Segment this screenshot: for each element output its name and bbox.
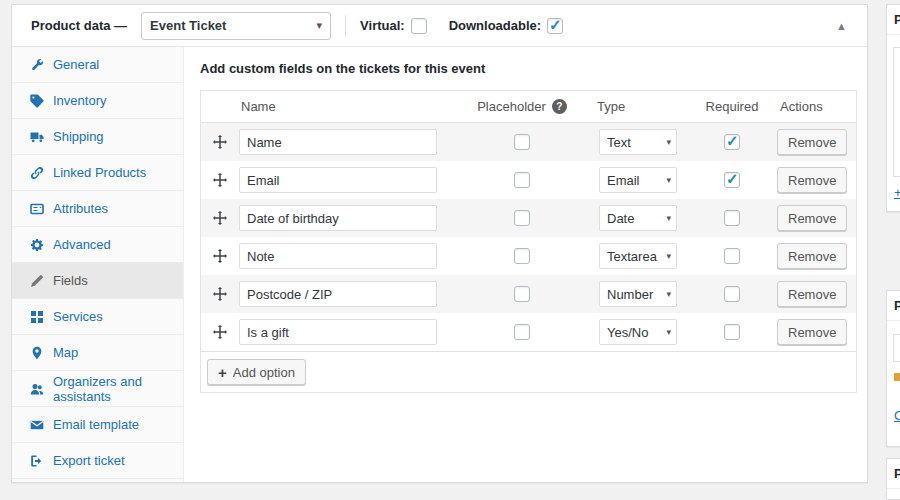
required-checkbox[interactable]	[724, 210, 740, 226]
placeholder-checkbox[interactable]	[514, 248, 530, 264]
table-row: Yes/No▾ Remove	[201, 313, 856, 351]
type-select[interactable]: Date▾	[599, 205, 677, 231]
link-icon	[30, 166, 44, 180]
help-icon[interactable]: ?	[552, 99, 567, 114]
required-checkbox[interactable]	[724, 172, 740, 188]
field-name-input[interactable]	[239, 243, 437, 269]
tab-fields[interactable]: Fields	[12, 263, 183, 299]
column-header-required: Required	[697, 99, 767, 114]
remove-button[interactable]: Remove	[777, 319, 847, 345]
type-select[interactable]: Text▾	[599, 129, 677, 155]
panel-box-fragment	[893, 334, 900, 362]
tab-map[interactable]: Map	[12, 335, 183, 371]
product-data-header: Product data — Event Ticket ▾ Virtual: D…	[12, 5, 867, 47]
field-name-input[interactable]	[239, 281, 437, 307]
drag-handle-icon[interactable]	[201, 249, 239, 263]
divider	[345, 15, 346, 37]
downloadable-label: Downloadable:	[449, 18, 541, 33]
required-checkbox[interactable]	[724, 324, 740, 340]
tab-label: Services	[53, 309, 103, 324]
required-checkbox[interactable]	[724, 248, 740, 264]
drag-handle-icon[interactable]	[201, 325, 239, 339]
wrench-icon	[30, 58, 44, 72]
plus-icon: +	[218, 364, 227, 381]
column-header-actions: Actions	[767, 99, 856, 114]
remove-button[interactable]: Remove	[777, 243, 847, 269]
placeholder-checkbox[interactable]	[514, 134, 530, 150]
type-select[interactable]: Textarea▾	[599, 243, 677, 269]
export-icon	[30, 454, 44, 468]
type-select[interactable]: Number▾	[599, 281, 677, 307]
gear-icon	[30, 238, 44, 252]
panel-link-fragment[interactable]: C	[894, 408, 900, 423]
chevron-down-icon: ▾	[666, 213, 671, 223]
tab-label: Inventory	[53, 93, 106, 108]
field-name-input[interactable]	[239, 205, 437, 231]
map-pin-icon	[30, 346, 44, 360]
type-select[interactable]: Yes/No▾	[599, 319, 677, 345]
drag-handle-icon[interactable]	[201, 211, 239, 225]
product-type-select[interactable]: Event Ticket ▾	[141, 12, 331, 40]
tab-services[interactable]: Services	[12, 299, 183, 335]
chevron-down-icon: ▾	[666, 175, 671, 185]
tab-general[interactable]: General	[12, 47, 183, 83]
tab-attributes[interactable]: Attributes	[12, 191, 183, 227]
product-data-tabs: General Inventory Shipping Linked Produc…	[12, 47, 184, 482]
virtual-checkbox[interactable]	[411, 18, 427, 34]
placeholder-checkbox[interactable]	[514, 172, 530, 188]
tab-label: Shipping	[53, 129, 104, 144]
tag-icon	[30, 94, 44, 108]
tab-label: Fields	[53, 273, 88, 288]
required-checkbox[interactable]	[724, 134, 740, 150]
required-checkbox[interactable]	[724, 286, 740, 302]
field-name-input[interactable]	[239, 319, 437, 345]
fields-panel: Add custom fields on the tickets for thi…	[184, 47, 867, 482]
section-heading: Add custom fields on the tickets for thi…	[200, 61, 857, 76]
chevron-down-icon: ▾	[317, 19, 323, 32]
tab-email-template[interactable]: Email template	[12, 407, 183, 443]
downloadable-checkbox[interactable]	[547, 18, 563, 34]
drag-handle-icon[interactable]	[201, 287, 239, 301]
panel-title: Product data —	[31, 18, 127, 33]
panel-title-fragment: P	[887, 291, 900, 321]
product-type-value: Event Ticket	[150, 18, 316, 33]
add-option-button[interactable]: +Add option	[207, 359, 306, 385]
panel-title-fragment: P	[887, 5, 900, 35]
tab-linked-products[interactable]: Linked Products	[12, 155, 183, 191]
placeholder-checkbox[interactable]	[514, 210, 530, 226]
tab-export-ticket[interactable]: Export ticket	[12, 443, 183, 479]
field-name-input[interactable]	[239, 129, 437, 155]
table-row: Email▾ Remove	[201, 161, 856, 199]
tab-label: Attributes	[53, 201, 108, 216]
field-name-input[interactable]	[239, 167, 437, 193]
remove-button[interactable]: Remove	[777, 281, 847, 307]
card-icon	[30, 202, 44, 216]
people-icon	[30, 382, 44, 396]
placeholder-checkbox[interactable]	[514, 324, 530, 340]
drag-handle-icon[interactable]	[201, 135, 239, 149]
table-row: Number▾ Remove	[201, 275, 856, 313]
tab-shipping[interactable]: Shipping	[12, 119, 183, 155]
remove-button[interactable]: Remove	[777, 129, 847, 155]
table-footer: +Add option	[201, 351, 856, 392]
remove-button[interactable]: Remove	[777, 205, 847, 231]
pencil-icon	[30, 274, 44, 288]
chevron-down-icon: ▾	[666, 137, 671, 147]
tab-label: Map	[53, 345, 78, 360]
tab-label: Export ticket	[53, 453, 125, 468]
type-select[interactable]: Email▾	[599, 167, 677, 193]
table-row: Text▾ Remove	[201, 123, 856, 161]
truck-icon	[30, 130, 44, 144]
collapse-toggle-icon[interactable]: ▲	[828, 16, 855, 36]
tab-organizers[interactable]: Organizers and assistants	[12, 371, 183, 407]
column-header-name: Name	[239, 99, 447, 114]
tab-advanced[interactable]: Advanced	[12, 227, 183, 263]
custom-fields-table: Name Placeholder ? Type Required Actions…	[200, 90, 857, 393]
remove-button[interactable]: Remove	[777, 167, 847, 193]
drag-handle-icon[interactable]	[201, 173, 239, 187]
product-data-panel: Product data — Event Ticket ▾ Virtual: D…	[11, 4, 868, 483]
panel-link-fragment[interactable]: +	[894, 185, 900, 200]
placeholder-checkbox[interactable]	[514, 286, 530, 302]
tab-inventory[interactable]: Inventory	[12, 83, 183, 119]
tab-label: General	[53, 57, 99, 72]
